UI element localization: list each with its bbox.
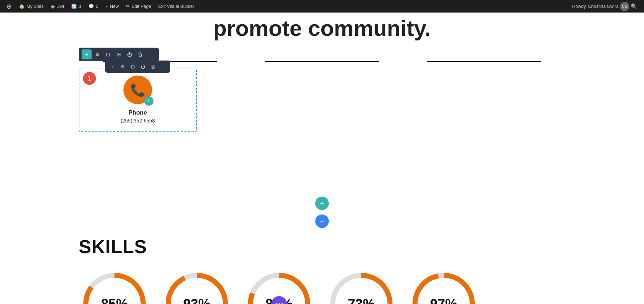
module-label: Phone xyxy=(79,109,196,116)
row-add-button[interactable]: + xyxy=(82,49,92,59)
skill-circle-2: 93% xyxy=(161,268,233,304)
phone-add-overlay[interactable]: + xyxy=(144,96,153,106)
module-settings-button[interactable]: ⚙ xyxy=(118,62,127,71)
my-sites-menu[interactable]: 🏠 My Sites xyxy=(15,0,47,13)
module-toggle-button[interactable]: ⏻ xyxy=(138,62,147,71)
row-more-button[interactable]: ⋮ xyxy=(146,49,156,59)
skill-item-1: 85% xyxy=(79,268,150,304)
comments-count: 0 xyxy=(96,4,98,9)
module-container: + ⚙ ⊡ ⏻ 🗑 ⋮ 1 📞 + Phone (255) 352- xyxy=(79,68,197,132)
module-more-button[interactable]: ⋮ xyxy=(158,62,167,71)
module-phone: (255) 352-6558 xyxy=(79,118,196,129)
hero-section: promote community. xyxy=(0,13,644,44)
my-sites-label: My Sites xyxy=(26,4,44,9)
contact-dividers-row xyxy=(0,61,644,62)
skills-title: SKILLS xyxy=(79,236,565,257)
skill-percent-2: 93% xyxy=(183,296,210,304)
avatar[interactable]: CG xyxy=(620,2,629,11)
admin-bar: ⊕ 🏠 My Sites ◉ Divi 🔄 3 💬 0 + New ✏ Edit… xyxy=(0,0,644,13)
divi-icon: ◉ xyxy=(51,4,55,9)
search-icon[interactable]: 🔍 xyxy=(631,3,638,10)
skill-circles-row: 85% 93% xyxy=(79,268,565,304)
row-settings-button[interactable]: ⚙ xyxy=(92,49,102,59)
skill-percent-5: 97% xyxy=(430,296,457,304)
comments-menu[interactable]: 💬 0 xyxy=(85,0,102,13)
updates-count: 3 xyxy=(79,4,81,9)
skill-circle-1: 85% xyxy=(79,268,150,304)
edit-page-button[interactable]: ✏ Edit Page xyxy=(122,0,155,13)
divider-2 xyxy=(265,61,379,62)
exit-builder-button[interactable]: Exit Visual Builder xyxy=(155,0,198,13)
howdy-label: Howdy, Christina Gwira xyxy=(572,4,619,9)
updates-menu[interactable]: 🔄 3 xyxy=(68,0,85,13)
admin-bar-right: Howdy, Christina Gwira CG 🔍 xyxy=(569,2,641,11)
updates-icon: 🔄 xyxy=(71,4,77,9)
house-icon: 🏠 xyxy=(19,4,25,9)
skill-item-3: 81% xyxy=(243,268,315,304)
divi-label: Divi xyxy=(57,4,64,9)
skill-item-4: 73% xyxy=(326,268,397,304)
add-buttons-column: + + xyxy=(315,197,329,228)
edit-icon: ✏ xyxy=(126,4,130,9)
add-section-button[interactable]: + xyxy=(315,197,329,210)
skill-item-5: 97% xyxy=(408,268,479,304)
row-toolbar: + ⚙ ⊡ ⊞ ⏻ 🗑 ⋮ xyxy=(79,48,159,61)
phone-icon-bg: 📞 + xyxy=(123,76,152,104)
divider-3 xyxy=(427,61,541,62)
module-add-button[interactable]: + xyxy=(108,62,117,71)
row-grid-button[interactable]: ⊞ xyxy=(114,49,124,59)
skills-section: SKILLS 85% 93% xyxy=(0,222,644,304)
badge-number: 1 xyxy=(88,75,91,82)
row-clone-button[interactable]: ⊡ xyxy=(103,49,113,59)
module-delete-button[interactable]: 🗑 xyxy=(148,62,157,71)
number-badge: 1 xyxy=(83,72,96,85)
page-content: promote community. + ⚙ ⊡ ⊞ ⏻ 🗑 ⋮ + ⚙ ⊡ ⏻ xyxy=(0,13,644,304)
skill-circle-4: 73% xyxy=(326,268,397,304)
exit-builder-label: Exit Visual Builder xyxy=(158,4,194,9)
divi-menu[interactable]: ◉ Divi xyxy=(47,0,68,13)
row-toggle-button[interactable]: ⏻ xyxy=(125,49,135,59)
phone-icon-container: 📞 + xyxy=(123,76,152,104)
wordpress-icon: ⊕ xyxy=(6,3,12,10)
row-toolbar-wrapper: + ⚙ ⊡ ⊞ ⏻ 🗑 ⋮ xyxy=(0,44,644,61)
skill-percent-1: 85% xyxy=(101,296,128,304)
new-menu[interactable]: + New xyxy=(102,0,122,13)
skill-item-2: 93% xyxy=(161,268,233,304)
comments-icon: 💬 xyxy=(88,4,94,9)
module-toolbar: + ⚙ ⊡ ⏻ 🗑 ⋮ xyxy=(105,61,170,73)
plus-icon: + xyxy=(106,4,108,9)
mid-section: + ⚙ ⊡ ⏻ 🗑 ⋮ 1 📞 + Phone (255) 352- xyxy=(0,68,644,222)
hero-title: promote community. xyxy=(0,13,644,40)
new-label: New xyxy=(110,4,119,9)
add-row-button[interactable]: + xyxy=(315,214,329,228)
row-delete-button[interactable]: 🗑 xyxy=(135,49,145,59)
wp-logo[interactable]: ⊕ xyxy=(3,0,15,13)
edit-page-label: Edit Page xyxy=(132,4,151,9)
skill-circle-5: 97% xyxy=(408,268,479,304)
module-clone-button[interactable]: ⊡ xyxy=(128,62,137,71)
skill-percent-4: 73% xyxy=(348,296,375,304)
